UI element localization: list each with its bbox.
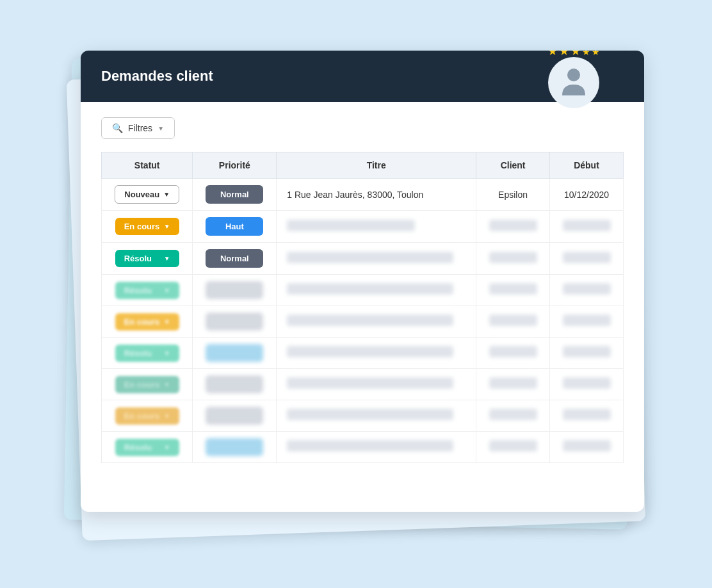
person-icon <box>560 67 588 99</box>
status-badge[interactable]: Résolu▼ <box>115 282 179 299</box>
title-cell <box>277 211 476 243</box>
page-wrapper: Demandes client ★ ★ ★ ★ ★ <box>61 44 651 544</box>
client-cell: Epsilon <box>476 179 550 211</box>
client-placeholder <box>489 440 537 452</box>
priority-badge: Normal <box>206 185 263 204</box>
chevron-down-icon: ▼ <box>164 255 170 262</box>
client-cell <box>476 400 550 432</box>
priority-placeholder: xxxxxx <box>206 313 263 331</box>
client-placeholder <box>489 377 537 389</box>
title-cell <box>277 432 476 463</box>
title-placeholder <box>287 346 453 357</box>
title-cell: 1 Rue Jean Jaurès, 83000, Toulon <box>277 179 476 211</box>
avatar <box>548 57 599 108</box>
priority-badge: Normal <box>206 249 263 268</box>
table-row: En cours▼xxxxxx <box>102 369 624 400</box>
star-icon-1: ★ <box>547 51 558 58</box>
client-cell <box>476 369 550 400</box>
filter-bar: 🔍 Filtres ▼ <box>101 117 624 139</box>
title-cell <box>277 400 476 432</box>
debut-cell: 10/12/2020 <box>550 179 624 211</box>
title-placeholder <box>287 283 453 295</box>
status-cell: Nouveau▼ <box>102 179 193 211</box>
priority-placeholder: xxxxxx <box>206 407 263 425</box>
priority-cell: xxxxxx <box>193 369 277 400</box>
title-placeholder <box>287 409 453 420</box>
chevron-down-icon: ▼ <box>163 191 170 198</box>
avatar-area: ★ ★ ★ ★ ★ <box>542 51 606 108</box>
debut-placeholder <box>563 283 611 295</box>
col-priorite: Priorité <box>193 152 277 179</box>
priority-cell: xxxxxx <box>193 432 277 463</box>
status-cell: Résolu▼ <box>102 243 193 275</box>
status-cell: Résolu▼ <box>102 338 193 369</box>
status-badge[interactable]: Résolu▼ <box>115 250 179 267</box>
debut-placeholder <box>563 252 611 263</box>
priority-cell: xxxxxx <box>193 400 277 432</box>
debut-cell <box>550 432 624 463</box>
status-badge[interactable]: En cours▼ <box>115 376 179 393</box>
status-badge[interactable]: En cours▼ <box>115 313 179 331</box>
status-badge[interactable]: Nouveau▼ <box>115 185 179 204</box>
debut-cell <box>550 275 624 306</box>
status-badge[interactable]: Résolu▼ <box>115 439 179 456</box>
table-row: Résolu▼xxxxxx <box>102 338 624 369</box>
table-row: Résolu▼Normal <box>102 243 624 275</box>
debut-placeholder <box>563 377 611 389</box>
debut-placeholder <box>563 220 611 231</box>
star-icon-4: ★ <box>582 51 590 58</box>
priority-cell: xxxxxx <box>193 275 277 306</box>
table-row: En cours▼xxxxxx <box>102 400 624 432</box>
status-badge[interactable]: Résolu▼ <box>115 345 179 362</box>
client-cell <box>476 211 550 243</box>
main-card: Demandes client ★ ★ ★ ★ ★ <box>81 51 644 512</box>
debut-cell <box>550 243 624 275</box>
title-placeholder <box>287 440 453 452</box>
priority-cell: Haut <box>193 211 277 243</box>
debut-cell <box>550 400 624 432</box>
status-badge[interactable]: En cours▼ <box>115 218 179 235</box>
chevron-down-icon: ▼ <box>164 223 170 230</box>
card-header: Demandes client ★ ★ ★ ★ ★ <box>81 51 644 102</box>
chevron-down-icon: ▼ <box>164 412 170 420</box>
debut-cell <box>550 369 624 400</box>
priority-badge: Haut <box>206 217 263 236</box>
client-cell <box>476 432 550 463</box>
col-titre: Titre <box>277 152 476 179</box>
table-row: En cours▼xxxxxx <box>102 306 624 338</box>
chevron-down-icon: ▼ <box>164 381 170 388</box>
debut-placeholder <box>563 409 611 420</box>
chevron-down-icon: ▼ <box>164 350 170 357</box>
debut-cell <box>550 338 624 369</box>
status-cell: En cours▼ <box>102 211 193 243</box>
title-cell <box>277 243 476 275</box>
data-table: Statut Priorité Titre Client Début Nouve… <box>101 152 624 463</box>
star-icon-5: ★ <box>592 51 600 58</box>
client-cell <box>476 338 550 369</box>
status-badge[interactable]: En cours▼ <box>115 407 179 425</box>
table-row: Résolu▼xxxxxx <box>102 275 624 306</box>
status-cell: En cours▼ <box>102 306 193 338</box>
chevron-down-icon: ▼ <box>164 318 170 325</box>
title-cell <box>277 369 476 400</box>
chevron-down-icon: ▼ <box>164 287 170 294</box>
client-placeholder <box>489 252 537 263</box>
debut-placeholder <box>563 346 611 357</box>
client-placeholder <box>489 283 537 295</box>
table-row: En cours▼Haut <box>102 211 624 243</box>
filter-label: Filtres <box>128 123 152 133</box>
client-cell <box>476 306 550 338</box>
col-statut: Statut <box>102 152 193 179</box>
status-cell: Résolu▼ <box>102 275 193 306</box>
col-client: Client <box>476 152 550 179</box>
debut-placeholder <box>563 314 611 326</box>
title-placeholder <box>287 220 415 231</box>
priority-placeholder: xxxxxx <box>206 438 263 456</box>
chevron-down-icon: ▼ <box>158 125 164 132</box>
status-cell: En cours▼ <box>102 400 193 432</box>
client-placeholder <box>489 346 537 357</box>
client-cell <box>476 275 550 306</box>
title-placeholder <box>287 314 453 326</box>
title-cell <box>277 275 476 306</box>
filter-button[interactable]: 🔍 Filtres ▼ <box>101 117 175 139</box>
